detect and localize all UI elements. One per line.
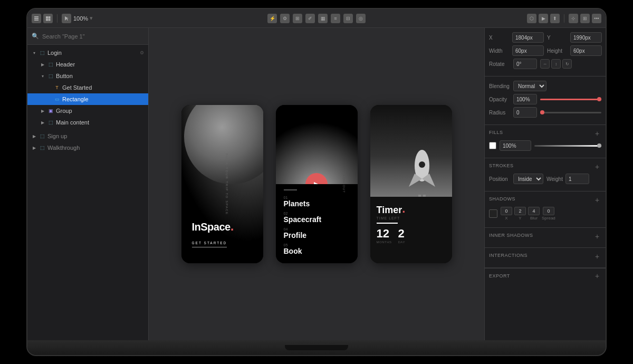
add-fill-button[interactable]: + — [593, 129, 601, 138]
stroke-weight-label: Weight — [546, 176, 562, 182]
align-left-icon[interactable]: ≡ — [331, 14, 340, 23]
inspace-overlay: InSpace. GET STARTED — [192, 219, 234, 247]
x-input[interactable] — [512, 32, 544, 43]
grid2-icon[interactable]: ⊞ — [580, 14, 590, 23]
flip-v-icon[interactable]: ↕ — [551, 59, 561, 69]
fill-opacity-input[interactable] — [500, 140, 531, 151]
add-interaction-button[interactable]: + — [593, 252, 601, 261]
menu-num-2: 02 — [284, 212, 350, 215]
play-icon[interactable]: ▶ — [539, 14, 548, 23]
shadow-spread-input[interactable] — [543, 207, 554, 215]
shadow-y-input[interactable] — [514, 207, 526, 215]
fills-section: FILLS + — [485, 125, 606, 158]
y-field: Y — [547, 32, 602, 43]
zoom-control[interactable]: 100% ▾ — [73, 15, 93, 22]
zoom-label: 100% — [73, 15, 88, 22]
card-timer: Timer . TIME LEFT 12 MONTHS 2 — [370, 105, 452, 263]
layout-icon[interactable]: ▦ — [318, 14, 328, 23]
shadow-x-input[interactable] — [501, 207, 512, 215]
height-label: Height — [547, 48, 568, 54]
blend-select[interactable]: Normal — [513, 81, 546, 91]
more-icon[interactable]: ••• — [592, 14, 601, 23]
group-icon: ▣ — [47, 108, 54, 114]
laptop-notch — [285, 345, 348, 350]
spacer — [46, 97, 52, 102]
fill-color-swatch[interactable] — [489, 142, 496, 149]
grid-icon[interactable]: ⊞ — [293, 14, 302, 23]
shadow-blur-input[interactable] — [528, 207, 540, 215]
distribute-icon[interactable]: ⊟ — [343, 14, 353, 23]
radius-slider[interactable] — [540, 112, 601, 113]
stroke-pos-label: Position — [489, 176, 510, 182]
menu-label-planets: Planets — [284, 199, 350, 208]
main-toolbar: 100% ▾ ⚡ ⚙ ⊞ ✐ ▦ ≡ ⊟ ◎ ⬡ ▶ ⬆ ⊹ ⊞ — [27, 9, 606, 28]
shadow-row: X Y Blur Sp — [489, 207, 601, 221]
cursor-icon[interactable] — [62, 14, 71, 23]
interactions-header: INTERACTIONS + — [489, 252, 601, 261]
add-inner-shadow-button[interactable]: + — [593, 232, 601, 241]
fill-slider[interactable] — [534, 145, 601, 147]
stroke-position-select[interactable]: Inside — [513, 174, 543, 184]
layers-icon[interactable] — [32, 14, 41, 23]
lightning-icon[interactable]: ⚡ — [267, 14, 277, 23]
opacity-slider[interactable] — [540, 99, 601, 100]
add-export-button[interactable]: + — [593, 272, 601, 280]
spacer — [46, 85, 52, 90]
text-icon: T — [54, 84, 60, 91]
search-input[interactable] — [42, 33, 144, 40]
layer-walkthrough-label: Walkthrough — [47, 145, 80, 151]
shadow-color-swatch[interactable] — [489, 209, 497, 218]
opacity-input[interactable] — [513, 94, 537, 104]
search-bar[interactable]: 🔍 — [27, 28, 148, 45]
layer-button[interactable]: ▾ ⬚ Button — [27, 70, 148, 82]
layer-login[interactable]: ▾ ⬚ Login ⚙ — [27, 47, 148, 59]
circle-icon[interactable]: ◎ — [356, 14, 366, 23]
timer-label: TIME LEFT — [377, 216, 446, 220]
logout-text: LOG OUT — [342, 175, 346, 193]
share-icon[interactable]: ⬆ — [550, 14, 560, 23]
frame-icon: ⬚ — [47, 61, 54, 68]
days-label: DAY — [398, 241, 405, 244]
opacity-label: Opacity — [489, 97, 510, 102]
chevron-down-icon: ▾ — [40, 73, 45, 79]
stroke-weight-input[interactable] — [565, 174, 589, 184]
chevron-right-icon: ▶ — [32, 133, 37, 139]
frame-icon: ⬚ — [39, 133, 45, 139]
svg-rect-0 — [34, 16, 39, 17]
flip-h-icon[interactable]: ↔ — [540, 59, 550, 69]
shadows-section: SHADOWS + X Y — [485, 191, 606, 228]
add-stroke-button[interactable]: + — [593, 162, 601, 171]
layer-walkthrough[interactable]: ▶ ⬚ Walkthrough — [27, 142, 148, 154]
layer-signup[interactable]: ▶ ⬚ Sign up — [27, 130, 148, 142]
canvas-area[interactable]: BOOK YOUR TRIP TO SPACE InSpace. GET STA… — [149, 28, 484, 340]
months-block: 12 MONTHS — [377, 227, 392, 244]
inner-shadows-header: INNER SHADOWS + — [489, 232, 601, 241]
snap-icon[interactable]: ⊹ — [569, 14, 578, 23]
assets-icon[interactable] — [43, 14, 53, 23]
layer-rectangle[interactable]: ▭ Rectangle — [27, 93, 148, 105]
settings-icon[interactable]: ⚙ — [280, 14, 290, 23]
height-input[interactable] — [570, 45, 602, 56]
width-input[interactable] — [512, 45, 544, 56]
radius-input[interactable] — [513, 107, 537, 118]
layer-main-content[interactable]: ▶ ⬚ Main content — [27, 117, 148, 128]
rotate-cw-icon[interactable]: ↻ — [562, 59, 572, 69]
add-shadow-button[interactable]: + — [593, 196, 601, 204]
xy-row: X Y 🔒 — [489, 32, 601, 43]
chevron-right-icon: ▶ — [40, 108, 45, 113]
width-label: Width — [489, 48, 510, 54]
pen-icon[interactable]: ✐ — [305, 14, 315, 23]
layer-get-started[interactable]: T Get Started — [27, 82, 148, 93]
rotate-input[interactable] — [513, 59, 537, 69]
strokes-title: STROKES — [489, 163, 514, 168]
rocket-background — [370, 105, 452, 208]
layer-header[interactable]: ▶ ⬚ Header — [27, 59, 148, 70]
y-input[interactable] — [570, 32, 602, 43]
months-label: MONTHS — [377, 241, 392, 244]
opacity-row: Opacity — [489, 94, 601, 104]
card-menu: ▶ 01 Planets 02 Spacecraft 04 — [276, 105, 358, 263]
search-icon: 🔍 — [32, 33, 39, 40]
rotate-label: Rotate — [489, 61, 510, 67]
component-icon[interactable]: ⬡ — [527, 14, 536, 23]
layer-group[interactable]: ▶ ▣ Group — [27, 105, 148, 117]
